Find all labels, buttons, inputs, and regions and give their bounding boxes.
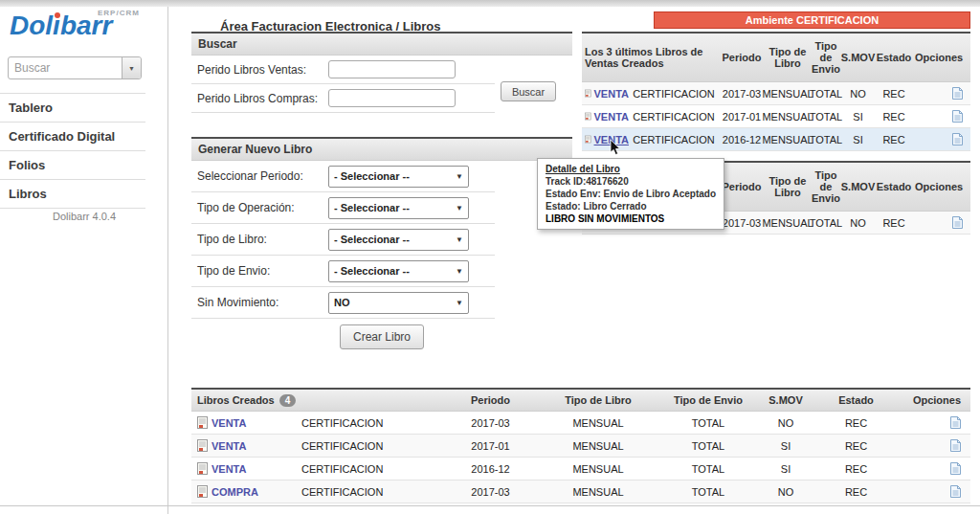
field-tipo-libro: Tipo de Libro: - Seleccionar -- ▼: [191, 224, 495, 256]
select-value: - Seleccionar --: [334, 234, 410, 245]
ambiente-cell: CERTIFICACION: [301, 458, 445, 480]
book-icon: [197, 485, 208, 498]
tooltip: Detalle del Libro Track ID:48176620 Esta…: [537, 158, 724, 230]
document-options-icon[interactable]: [950, 416, 961, 429]
periodo-ventas-input[interactable]: [328, 60, 456, 78]
field-sin-movimiento: Sin Movimiento: NO ▼: [191, 287, 495, 319]
search-input[interactable]: [9, 57, 122, 78]
select-caret-icon: ▼: [456, 235, 463, 244]
table-row-hovered: VENTA CERTIFICACION 2016-12 MENSUAL TOTA…: [582, 128, 970, 151]
estado-cell: REC: [815, 435, 897, 457]
table-row: VENTA CERTIFICACION 2017-03 MENSUAL TOTA…: [191, 412, 970, 435]
select-value: - Seleccionar --: [334, 170, 410, 182]
tipo-envio-cell: TOTAL: [810, 82, 842, 104]
tipo-libro-select[interactable]: - Seleccionar -- ▼: [328, 229, 469, 251]
document-options-icon[interactable]: [950, 462, 961, 475]
periodo-cell: 2017-03: [445, 412, 536, 434]
estado-cell: REC: [874, 82, 914, 104]
periodo-cell: 2016-12: [718, 128, 766, 150]
book-icon: [585, 110, 591, 123]
compra-link[interactable]: COMPRA: [212, 486, 258, 498]
count-badge: 4: [279, 394, 297, 407]
tipo-libro-cell: MENSUAL: [766, 128, 810, 150]
logo-i: ı: [53, 11, 60, 40]
col-opciones: Opciones: [914, 163, 970, 211]
sidebar-item-libros[interactable]: Libros: [0, 180, 145, 209]
document-options-icon[interactable]: [952, 110, 963, 123]
tooltip-sin-movimientos: LIBRO SIN MOVIMIENTOS: [546, 212, 716, 225]
venta-link[interactable]: VENTA: [594, 111, 629, 123]
chevron-down-icon: ▼: [128, 65, 135, 72]
tipo-envio-select[interactable]: - Seleccionar -- ▼: [328, 260, 469, 282]
sin-movimiento-select[interactable]: NO ▼: [328, 292, 469, 314]
seleccionar-periodo-select[interactable]: - Seleccionar -- ▼: [328, 166, 469, 188]
libros-creados-title: Libros Creados: [197, 394, 275, 406]
tooltip-track-id: Track ID:48176620: [546, 175, 716, 188]
book-icon: [197, 416, 208, 429]
book-icon: [585, 87, 591, 100]
table-row: VENTA CERTIFICACION 2017-01 MENSUAL TOTA…: [191, 435, 970, 458]
sidebar-item-tablero[interactable]: Tablero: [0, 93, 145, 123]
tipo-libro-cell: MENSUAL: [766, 212, 810, 234]
search-section-title: Buscar: [191, 34, 572, 56]
environment-banner: Ambiente CERTIFICACION: [654, 11, 970, 29]
libros-creados-header: Libros Creados 4 Periodo Tipo de Libro T…: [191, 390, 970, 412]
ambiente-cell: CERTIFICACION: [301, 480, 445, 503]
select-value: NO: [334, 297, 350, 308]
col-ventas-title: Los 3 últimos Libros de Ventas Creados: [582, 34, 718, 81]
tipo-libro-cell: MENSUAL: [536, 458, 660, 480]
search-dropdown-button[interactable]: ▼: [122, 57, 141, 78]
tipo-envio-cell: TOTAL: [810, 128, 842, 150]
tipo-operacion-label: Tipo de Operación:: [197, 201, 328, 214]
col-tipo-libro: Tipo de Libro: [766, 34, 810, 81]
sidebar-item-certificado-digital[interactable]: Certificado Digital: [0, 123, 145, 151]
search-section: Buscar Perido Libros Ventas: Perido Libr…: [191, 32, 572, 113]
field-tipo-operacion: Tipo de Operación: - Seleccionar -- ▼: [191, 192, 495, 224]
tipo-operacion-select[interactable]: - Seleccionar -- ▼: [328, 197, 469, 219]
tipo-envio-cell: TOTAL: [660, 412, 756, 434]
ambiente-cell: CERTIFICACION: [630, 128, 718, 150]
generate-section-title: Generar Nuevo Libro: [191, 139, 572, 161]
book-icon: [197, 439, 208, 452]
col-smov: S.MOV: [842, 163, 874, 211]
periodo-ventas-label: Perido Libros Ventas:: [197, 63, 328, 77]
tipo-libro-cell: MENSUAL: [766, 105, 810, 127]
crear-libro-button[interactable]: Crear Libro: [340, 324, 424, 349]
venta-link[interactable]: VENTA: [212, 463, 246, 475]
venta-link[interactable]: VENTA: [212, 417, 246, 429]
col-opciones: Opciones: [914, 34, 970, 81]
tipo-envio-cell: TOTAL: [660, 458, 756, 480]
document-options-icon[interactable]: [952, 216, 963, 229]
col-periodo: Periodo: [718, 163, 766, 211]
col-smov: S.MOV: [756, 390, 815, 411]
document-options-icon[interactable]: [952, 87, 963, 100]
page-bottom-divider: [0, 505, 980, 506]
buscar-button[interactable]: Buscar: [501, 81, 556, 101]
document-options-icon[interactable]: [950, 439, 961, 452]
table-row: VENTA CERTIFICACION 2016-12 MENSUAL TOTA…: [191, 458, 970, 480]
col-libros-creados: Libros Creados 4: [191, 390, 301, 411]
document-options-icon[interactable]: [950, 485, 961, 498]
col-tipo-envio: Tipo de Envio: [660, 390, 756, 411]
col-smov: S.MOV: [842, 34, 874, 81]
ventas-table-header: Los 3 últimos Libros de Ventas Creados P…: [582, 34, 970, 82]
sidebar-item-folios[interactable]: Folios: [0, 151, 145, 180]
tipo-libro-cell: MENSUAL: [536, 480, 660, 503]
document-options-icon[interactable]: [952, 133, 963, 145]
periodo-compras-label: Perido Libros Compras:: [197, 92, 328, 105]
venta-link[interactable]: VENTA: [212, 440, 246, 452]
select-caret-icon: ▼: [456, 204, 463, 212]
seleccionar-periodo-label: Seleccionar Periodo:: [197, 169, 328, 183]
ambiente-cell: CERTIFICACION: [301, 412, 445, 434]
smov-cell: NO: [756, 480, 815, 503]
estado-cell: REC: [874, 105, 914, 127]
periodo-cell: 2017-01: [718, 105, 766, 127]
ambiente-cell: CERTIFICACION: [630, 82, 718, 104]
tipo-envio-label: Tipo de Envio:: [197, 264, 328, 278]
col-estado: Estado: [815, 390, 897, 411]
select-caret-icon: ▼: [456, 299, 463, 307]
field-periodo-compras: Perido Libros Compras:: [191, 84, 495, 113]
field-seleccionar-periodo: Seleccionar Periodo: - Seleccionar -- ▼: [191, 161, 495, 192]
venta-link[interactable]: VENTA: [594, 88, 629, 100]
periodo-compras-input[interactable]: [328, 89, 456, 107]
